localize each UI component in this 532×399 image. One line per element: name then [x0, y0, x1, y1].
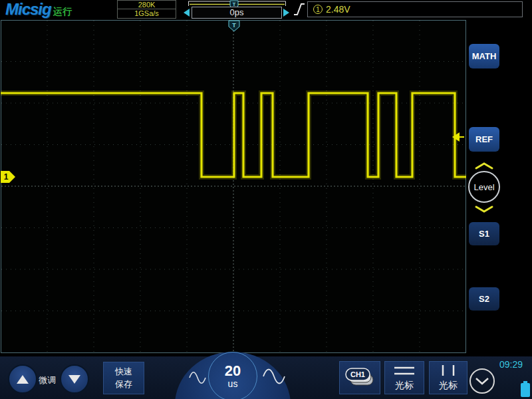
battery-icon: [521, 383, 530, 397]
zoom-out-sine-icon[interactable]: [188, 370, 207, 386]
down-arrow-icon: [68, 375, 80, 384]
horizontal-cursor-label: 光标: [385, 380, 424, 392]
stacked-channels-icon: CH1: [340, 362, 380, 394]
collapse-menu-button[interactable]: [469, 368, 495, 394]
channel-button-label: CH1: [350, 370, 365, 378]
trigger-position-right-arrow-icon[interactable]: [283, 9, 289, 17]
s2-button[interactable]: S2: [469, 287, 499, 311]
trigger-level-value: 2.48V: [326, 4, 350, 15]
waveform-trace-ch1: [1, 93, 466, 177]
clock-readout: 09:29: [499, 359, 523, 370]
timebase-readout[interactable]: 20 us: [208, 352, 257, 399]
trigger-position-readout[interactable]: 0ps: [192, 7, 282, 19]
timebase-value: 20: [225, 364, 241, 378]
quick-save-button[interactable]: 快速保存: [103, 362, 144, 394]
trigger-source-channel-badge: 1: [313, 5, 323, 14]
run-status-label: 运行: [53, 6, 72, 18]
waveform-plot: 1T: [1, 20, 466, 353]
trigger-time-marker-letter: T: [232, 22, 236, 29]
zoom-in-sine-icon[interactable]: [261, 366, 287, 387]
bottom-control-bar: 微调 快速保存 20 us CH1: [0, 356, 532, 399]
ref-button[interactable]: REF: [469, 127, 499, 152]
trigger-position-left-arrow-icon[interactable]: [184, 9, 190, 17]
waveform-display-area[interactable]: 1T: [1, 20, 466, 353]
grid-border: [1, 21, 466, 353]
math-button[interactable]: MATH: [469, 44, 499, 68]
chevron-down-icon: [474, 376, 490, 386]
vertical-cursors-icon: [430, 362, 467, 379]
level-up-chevron-icon[interactable]: [474, 162, 494, 170]
horizontal-cursors-icon: [385, 362, 424, 379]
level-knob-button[interactable]: Level: [468, 171, 500, 203]
up-arrow-icon: [17, 375, 29, 384]
channel-select-button[interactable]: CH1: [339, 361, 380, 394]
fine-adjust-down-button[interactable]: [60, 364, 89, 394]
channel-1-marker-label: 1: [4, 172, 9, 182]
quick-save-label: 快速保存: [115, 366, 132, 391]
memory-depth-value: 280K: [118, 1, 176, 9]
vertical-cursor-button[interactable]: 光标: [429, 361, 467, 394]
rising-edge-trigger-icon[interactable]: [293, 1, 306, 17]
acquisition-info-box[interactable]: 280K 1GSa/s: [117, 0, 176, 19]
sample-rate-value: 1GSa/s: [118, 9, 176, 18]
level-down-chevron-icon[interactable]: [474, 205, 494, 213]
trigger-status-box[interactable]: 1 2.48V: [307, 1, 523, 17]
s1-button[interactable]: S1: [469, 222, 499, 245]
timebase-unit: us: [228, 378, 238, 389]
oscilloscope-screen: Micsig 运行 280K 1GSa/s T 0ps 1 2.48V 1T M…: [0, 0, 532, 399]
fine-adjust-up-button[interactable]: [8, 364, 37, 394]
horizontal-cursor-button[interactable]: 光标: [384, 361, 424, 394]
fine-adjust-label: 微调: [39, 374, 56, 386]
brand-logo: Micsig: [5, 0, 51, 19]
vertical-cursor-label: 光标: [430, 380, 467, 392]
